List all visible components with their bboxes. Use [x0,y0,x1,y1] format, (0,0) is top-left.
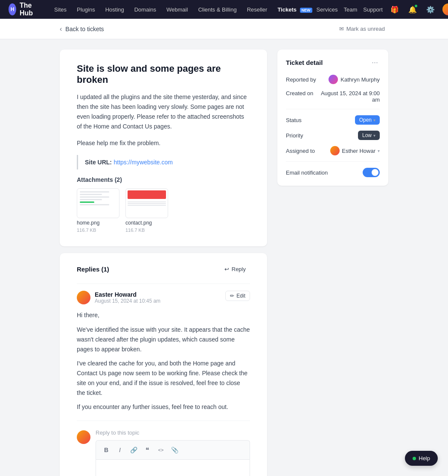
attachments-grid: home.png 116.7 KB [77,188,250,233]
more-options-button[interactable]: ··· [370,58,380,67]
navbar-right: Services Team Support 🎁 🔔 ⚙️ [317,3,448,15]
replies-header: Replies (1) ↩ Reply [77,263,250,275]
assigned-chevron-icon: ▾ [378,149,380,153]
nav-webmail[interactable]: Webmail [162,5,192,15]
reply-icon: ↩ [224,266,229,272]
app-name: The Hub [20,2,37,17]
reply-form-section: Reply to this topic B I 🔗 ❝ <> 📎 Reply [77,421,250,476]
user-avatar[interactable] [442,3,448,15]
gift-icon[interactable]: 🎁 [389,3,401,15]
priority-row: Priority Low ▾ [286,131,380,140]
editor-toolbar: B I 🔗 ❝ <> 📎 [96,440,250,459]
assigned-to-value[interactable]: Esther Howar ▾ [330,146,380,155]
site-url-link[interactable]: https://mywebsite.com [113,159,173,166]
nav-reseller[interactable]: Reseller [243,5,272,15]
reported-by-row: Reported by Kathryn Murphy [286,75,380,84]
toolbar-code-button[interactable]: <> [155,444,167,456]
priority-badge[interactable]: Low ▾ [358,131,380,140]
ticket-title: Site is slow and some pages are broken [77,63,250,85]
reply-form-inner: Reply to this topic B I 🔗 ❝ <> 📎 Reply [96,429,250,476]
reply-para-3: I've cleared the cache for you, and both… [77,359,250,398]
nav-sites[interactable]: Sites [50,5,71,15]
replies-card: Replies (1) ↩ Reply Easter Howard August… [60,253,267,476]
breadcrumb-bar: ‹ Back to tickets ✉ Mark as unread [0,19,448,39]
toolbar-bold-button[interactable]: B [100,444,112,456]
attachment-contact-name: contact.png [125,220,168,226]
nav-clients-billing[interactable]: Clients & Billing [194,5,241,15]
status-badge[interactable]: Open ▾ [355,115,380,125]
bell-icon[interactable]: 🔔 [407,3,419,15]
attachment-home-size: 116.7 KB [77,228,119,233]
priority-chevron-icon: ▾ [373,133,375,138]
attachment-thumb-home[interactable] [77,188,119,218]
reply-form-placeholder: Reply to this topic [96,429,250,436]
ticket-body-1: I updated all the plugins and the site t… [77,92,250,131]
app-logo[interactable]: H The Hub [9,2,37,17]
status-label: Status [286,117,302,123]
reply-form-avatar [77,430,90,444]
toolbar-quote-button[interactable]: ❝ [141,444,153,456]
nav-team[interactable]: Team [343,6,357,13]
reply-textarea[interactable] [96,459,250,476]
main-content: Site is slow and some pages are broken I… [0,39,448,476]
email-notification-row: Email notification [286,168,380,177]
divider-2 [286,161,380,162]
attachment-home-name: home.png [77,220,119,226]
reported-by-value: Kathryn Murphy [329,75,380,84]
created-on-row: Created on August 15, 2024 at 9:00 am [286,90,380,103]
replies-title: Replies (1) [77,266,109,273]
ticket-card: Site is slow and some pages are broken I… [60,50,267,246]
reported-by-label: Reported by [286,76,316,83]
attachments-title: Attachments (2) [77,176,250,183]
priority-label: Priority [286,132,303,139]
status-row: Status Open ▾ [286,115,380,125]
attachment-contact: contact.png 116.7 KB [125,188,168,233]
nav-support[interactable]: Support [363,6,383,13]
email-notification-toggle[interactable] [363,168,380,177]
navbar: H The Hub Sites Plugins Hosting Domains … [0,0,448,19]
toolbar-attach-button[interactable]: 📎 [169,444,180,456]
reporter-name: Kathryn Murphy [340,76,380,83]
attachment-thumb-contact[interactable] [125,188,168,218]
reply-timestamp: August 15, 2024 at 10:45 am [95,298,160,304]
nav-tickets[interactable]: Tickets NEW [273,5,316,15]
site-url-label: Site URL: [85,159,112,166]
email-icon: ✉ [339,26,344,32]
back-to-tickets-link[interactable]: Back to tickets [65,26,104,32]
help-status-dot [413,457,416,460]
created-on-label: Created on [286,90,313,96]
back-arrow-icon[interactable]: ‹ [60,25,62,33]
mark-unread-button[interactable]: ✉ Mark as unread [336,24,388,34]
reply-body: Hi there, We've identified the issue wit… [77,310,250,412]
nav-plugins[interactable]: Plugins [73,5,99,15]
ticket-main: Site is slow and some pages are broken I… [60,50,267,476]
assigned-to-label: Assigned to [286,148,315,154]
nav-domains[interactable]: Domains [130,5,160,15]
reply-avatar [77,291,90,304]
toolbar-italic-button[interactable]: I [114,444,126,456]
primary-nav: Sites Plugins Hosting Domains Webmail Cl… [50,5,316,15]
ticket-quote: Site URL: https://mywebsite.com [77,155,250,169]
assigned-avatar [330,146,340,155]
help-button[interactable]: Help [405,451,438,466]
nav-services[interactable]: Services [317,6,338,13]
ticket-detail-card: Ticket detail ··· Reported by Kathryn Mu… [277,50,388,186]
mark-unread-label: Mark as unread [346,26,385,32]
reply-user: Easter Howard August 15, 2024 at 10:45 a… [77,291,160,304]
nav-hosting[interactable]: Hosting [101,5,128,15]
reply-item: Easter Howard August 15, 2024 at 10:45 a… [77,283,250,412]
reply-form-user: Reply to this topic B I 🔗 ❝ <> 📎 Reply [77,429,250,476]
reply-para-1: Hi there, [77,310,250,320]
detail-card-header: Ticket detail ··· [286,58,380,67]
reply-button-top[interactable]: ↩ Reply [220,263,250,275]
email-notification-label: Email notification [286,169,328,176]
divider-1 [286,109,380,109]
attachment-contact-size: 116.7 KB [125,228,168,233]
attachment-home: home.png 116.7 KB [77,188,119,233]
assigned-to-row: Assigned to Esther Howar ▾ [286,146,380,155]
tickets-badge: NEW [300,8,312,13]
ticket-body-2: Please help me fix the problem. [77,138,250,148]
toolbar-link-button[interactable]: 🔗 [128,444,140,456]
settings-icon[interactable]: ⚙️ [425,3,436,15]
edit-reply-button[interactable]: ✏ Edit [225,291,250,301]
